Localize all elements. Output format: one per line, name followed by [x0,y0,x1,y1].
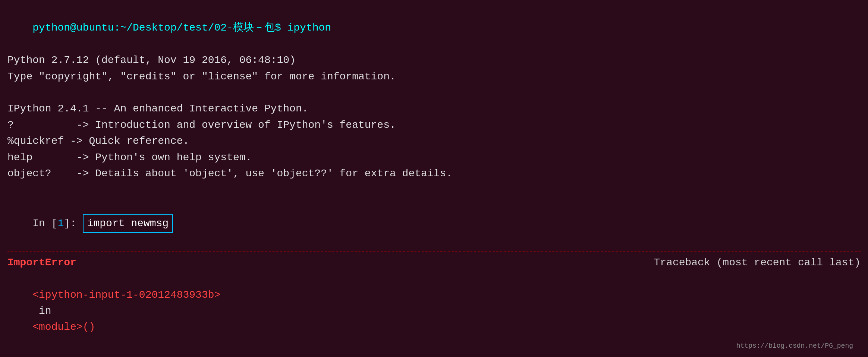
prompt-line: python@ubuntu:~/Desktop/test/02-模块－包$ ip… [7,4,861,52]
username-host: python@ubuntu:~/Desktop/test/02-模块－包$ ip… [32,22,331,34]
in-number-1: 1 [57,218,64,229]
terminal-window: python@ubuntu:~/Desktop/test/02-模块－包$ ip… [7,4,861,353]
blank-1 [7,85,861,101]
blank-2 [7,181,861,198]
dashed-separator [7,252,861,252]
help-line-2: %quickref -> Quick reference. [7,133,861,149]
copyright-line: Type "copyright", "credits" or "license"… [7,69,861,85]
python-version-line: Python 2.7.12 (default, Nov 19 2016, 06:… [7,52,861,68]
help-line-1: ? -> Introduction and overview of IPytho… [7,117,861,133]
help-line-3: help -> Python's own help system. [7,149,861,165]
traceback-label: Traceback (most recent call last) [654,255,861,271]
error-title: ImportError [7,255,76,271]
error-header-line: ImportError Traceback (most recent call … [7,255,861,271]
error-location: <ipython-input-1-02012483933b> [32,289,220,301]
help-line-4: object? -> Details about 'object', use '… [7,165,861,181]
error-module: <module>() [32,321,95,333]
arrow-line: ----> 1 import newmsg [7,351,861,357]
ipython-version-line: IPython 2.4.1 -- An enhanced Interactive… [7,101,861,117]
error-location-line: <ipython-input-1-02012483933b> in <modul… [7,271,861,351]
watermark: https://blog.csdn.net/PG_peng [736,342,853,350]
input-line-1: In [1]: import newmsg [7,198,861,249]
in-label-1: In [ [32,218,57,229]
in-close-1: ]: [64,218,82,229]
error-in-text: in [32,305,57,317]
command-box-1: import newmsg [83,214,173,233]
